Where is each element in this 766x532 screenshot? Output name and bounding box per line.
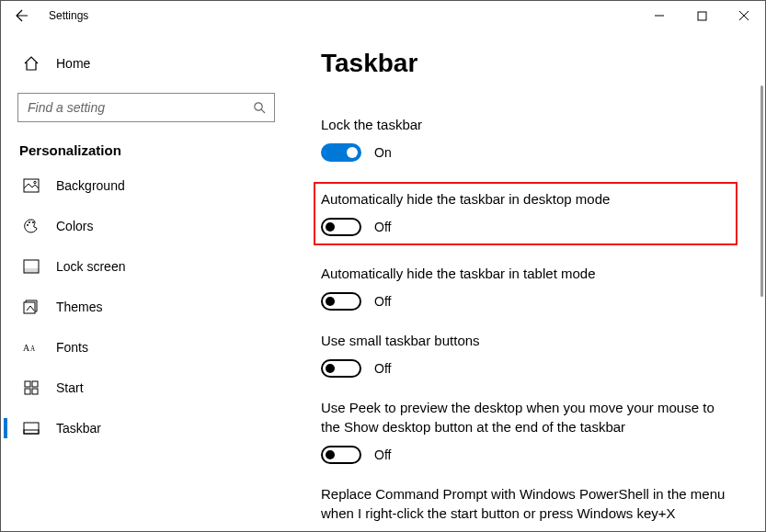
maximize-icon bbox=[697, 11, 707, 21]
sidebar-item-lock-screen[interactable]: Lock screen bbox=[17, 246, 284, 287]
back-arrow-icon bbox=[15, 8, 29, 23]
titlebar: Settings bbox=[1, 1, 765, 30]
minimize-button[interactable] bbox=[638, 1, 680, 30]
svg-rect-12 bbox=[25, 381, 30, 387]
svg-rect-17 bbox=[24, 430, 39, 434]
taskbar-icon bbox=[23, 422, 40, 435]
svg-rect-16 bbox=[24, 423, 39, 434]
toggle-state: Off bbox=[374, 447, 391, 462]
svg-text:A: A bbox=[23, 344, 30, 354]
sidebar-item-label: Lock screen bbox=[56, 259, 125, 274]
home-label: Home bbox=[56, 56, 90, 71]
home-nav[interactable]: Home bbox=[17, 45, 284, 82]
sidebar-item-label: Colors bbox=[56, 219, 93, 233]
toggle-state: On bbox=[374, 145, 392, 160]
sidebar-item-label: Taskbar bbox=[56, 421, 101, 436]
setting-powershell: Replace Command Prompt with Windows Powe… bbox=[321, 484, 737, 523]
sidebar-item-label: Themes bbox=[56, 300, 103, 314]
palette-icon bbox=[23, 218, 40, 234]
fonts-icon: AA bbox=[23, 340, 40, 355]
setting-label: Use small taskbar buttons bbox=[321, 331, 737, 350]
minimize-icon bbox=[654, 10, 665, 21]
toggle-peek[interactable] bbox=[321, 446, 361, 464]
svg-rect-0 bbox=[698, 12, 706, 20]
sidebar-item-label: Background bbox=[56, 178, 125, 193]
svg-point-3 bbox=[34, 181, 36, 183]
svg-point-5 bbox=[29, 221, 30, 223]
start-icon bbox=[23, 380, 40, 395]
setting-auto-hide-desktop: Automatically hide the taskbar in deskto… bbox=[321, 189, 726, 236]
maximize-button[interactable] bbox=[680, 1, 723, 30]
nav-list: Background Colors Lock screen Themes bbox=[17, 165, 284, 448]
toggle-small-buttons[interactable] bbox=[321, 359, 361, 378]
main-content: Taskbar Lock the taskbar On Automaticall… bbox=[293, 30, 765, 531]
setting-lock-taskbar: Lock the taskbar On bbox=[321, 115, 737, 162]
setting-small-buttons: Use small taskbar buttons Off bbox=[321, 331, 737, 378]
themes-icon bbox=[23, 299, 40, 315]
scrollbar-thumb[interactable] bbox=[760, 85, 763, 297]
sidebar-item-colors[interactable]: Colors bbox=[17, 206, 284, 246]
svg-text:A: A bbox=[30, 346, 36, 354]
sidebar-item-label: Fonts bbox=[56, 340, 88, 355]
search-box[interactable] bbox=[17, 93, 275, 122]
toggle-auto-hide-tablet[interactable] bbox=[321, 292, 361, 311]
setting-label: Lock the taskbar bbox=[321, 115, 737, 134]
close-button[interactable] bbox=[723, 1, 765, 30]
image-icon bbox=[23, 178, 40, 193]
setting-label: Replace Command Prompt with Windows Powe… bbox=[321, 484, 737, 523]
setting-peek: Use Peek to preview the desktop when you… bbox=[321, 398, 737, 464]
sidebar-item-themes[interactable]: Themes bbox=[17, 287, 284, 327]
sidebar-item-background[interactable]: Background bbox=[17, 165, 284, 206]
lock-screen-icon bbox=[23, 259, 40, 274]
window-title: Settings bbox=[43, 9, 88, 22]
toggle-auto-hide-desktop[interactable] bbox=[321, 218, 361, 236]
home-icon bbox=[23, 55, 40, 72]
search-icon bbox=[253, 101, 267, 115]
toggle-lock-taskbar[interactable] bbox=[321, 143, 361, 162]
setting-label: Automatically hide the taskbar in deskto… bbox=[321, 189, 726, 209]
search-input[interactable] bbox=[26, 99, 253, 116]
sidebar-item-start[interactable]: Start bbox=[17, 368, 284, 408]
setting-label: Automatically hide the taskbar in tablet… bbox=[321, 264, 737, 283]
sidebar-item-fonts[interactable]: AA Fonts bbox=[17, 327, 284, 368]
setting-auto-hide-tablet: Automatically hide the taskbar in tablet… bbox=[321, 264, 737, 311]
highlight-box: Automatically hide the taskbar in deskto… bbox=[314, 182, 737, 245]
sidebar-item-taskbar[interactable]: Taskbar bbox=[17, 408, 284, 448]
toggle-state: Off bbox=[374, 220, 391, 234]
svg-rect-14 bbox=[25, 389, 30, 394]
svg-point-4 bbox=[27, 224, 29, 226]
section-header: Personalization bbox=[17, 142, 284, 158]
toggle-state: Off bbox=[374, 294, 391, 309]
svg-point-6 bbox=[32, 221, 34, 223]
svg-rect-15 bbox=[32, 389, 38, 394]
setting-label: Use Peek to preview the desktop when you… bbox=[321, 398, 726, 436]
close-icon bbox=[738, 10, 749, 21]
svg-rect-13 bbox=[32, 381, 38, 387]
scrollbar[interactable] bbox=[760, 85, 763, 524]
back-button[interactable] bbox=[1, 1, 43, 30]
page-title: Taskbar bbox=[321, 49, 737, 78]
toggle-state: Off bbox=[374, 361, 391, 376]
svg-rect-8 bbox=[24, 268, 39, 273]
sidebar: Home Personalization Background bbox=[1, 30, 293, 531]
sidebar-item-label: Start bbox=[56, 380, 84, 395]
svg-point-1 bbox=[255, 102, 262, 109]
